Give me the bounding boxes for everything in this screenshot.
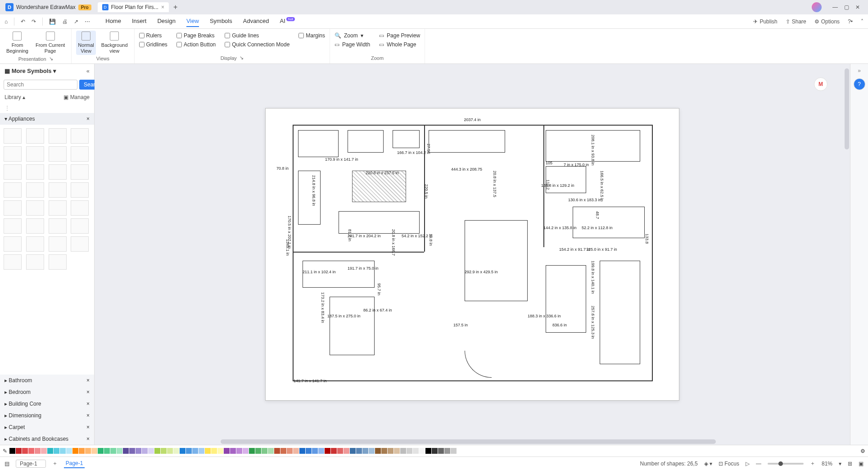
symbol-item[interactable] <box>49 236 67 252</box>
color-swatch[interactable] <box>318 448 324 454</box>
search-input[interactable] <box>4 80 77 90</box>
color-swatch[interactable] <box>217 448 223 454</box>
category-dimensioning[interactable]: ▸ Dimensioning× <box>0 410 94 421</box>
symbol-item[interactable] <box>49 182 67 198</box>
add-page-button[interactable]: ＋ <box>52 460 58 467</box>
symbol-item[interactable] <box>49 218 67 234</box>
pages-icon[interactable]: ▤ <box>5 461 9 467</box>
close-category-icon[interactable]: × <box>86 116 90 122</box>
color-swatch[interactable] <box>400 448 406 454</box>
minimize-icon[interactable]: — <box>832 4 838 10</box>
symbol-item[interactable] <box>4 200 22 216</box>
expand-rail-icon[interactable]: » <box>858 68 861 74</box>
fp-shape[interactable] <box>465 220 528 301</box>
symbol-item[interactable] <box>49 128 67 144</box>
color-swatch[interactable] <box>117 448 122 454</box>
symbol-item[interactable] <box>26 164 44 180</box>
export-icon[interactable]: ↗ <box>74 18 78 25</box>
close-category-icon[interactable]: × <box>86 412 90 419</box>
ai-assist-button[interactable]: M <box>814 77 827 91</box>
color-swatch[interactable] <box>230 448 236 454</box>
symbol-item[interactable] <box>26 128 44 144</box>
panel-title[interactable]: ▦ More Symbols ▾ <box>5 68 56 74</box>
zoom-button[interactable]: 🔍 Zoom▾ <box>335 32 370 39</box>
play-icon[interactable]: ▷ <box>746 461 750 467</box>
color-swatch[interactable] <box>255 448 261 454</box>
tab-home[interactable]: Home <box>105 16 121 27</box>
category-appliances[interactable]: ▾ Appliances× <box>0 113 94 125</box>
manage-button[interactable]: ▣ Manage <box>63 94 90 100</box>
expand-icon[interactable]: ↘ <box>240 55 244 61</box>
collapse-panel-icon[interactable]: « <box>86 68 90 74</box>
help-icon[interactable]: ?• <box>848 18 853 25</box>
print-icon[interactable]: 🖨 <box>62 18 68 25</box>
color-swatch[interactable] <box>211 448 217 454</box>
symbol-item[interactable] <box>4 254 22 270</box>
color-swatch[interactable] <box>306 448 312 454</box>
fit-page-icon[interactable]: ⊞ <box>848 461 852 467</box>
collapse-ribbon-icon[interactable]: ˄ <box>861 18 863 25</box>
category-bedroom[interactable]: ▸ Bedroom× <box>0 386 94 398</box>
color-swatch[interactable] <box>186 448 192 454</box>
expand-icon[interactable]: ↘ <box>49 56 53 62</box>
symbol-item[interactable] <box>71 218 89 234</box>
color-swatch[interactable] <box>274 448 280 454</box>
library-label[interactable]: Library ▴ <box>5 94 25 100</box>
from-beginning-button[interactable]: From Beginning <box>5 31 30 55</box>
color-swatch[interactable] <box>123 448 129 454</box>
color-swatch[interactable] <box>199 448 204 454</box>
color-swatch[interactable] <box>438 448 444 454</box>
document-tab[interactable]: D Floor Plan for Firs... × <box>98 2 169 12</box>
symbol-item[interactable] <box>26 200 44 216</box>
floorplan-outline[interactable]: 170.9 in x 141.7 in 166.7 in x 104.2 in … <box>293 125 653 381</box>
tab-ai[interactable]: AIhot <box>280 16 295 27</box>
canvas[interactable]: 2037.4 in <box>95 64 850 445</box>
quick-conn-checkbox[interactable]: Quick Connection Mode <box>225 41 289 48</box>
page-breaks-checkbox[interactable]: Page Breaks <box>176 32 216 39</box>
color-swatch[interactable] <box>154 448 160 454</box>
color-swatch[interactable] <box>173 448 179 454</box>
color-swatch[interactable] <box>41 448 47 454</box>
fp-shape[interactable] <box>348 130 384 153</box>
category-cabinets[interactable]: ▸ Cabinets and Bookcases× <box>0 433 94 445</box>
color-swatch[interactable] <box>129 448 135 454</box>
whole-page-button[interactable]: ▭ Whole Page <box>379 41 420 48</box>
symbol-item[interactable] <box>49 146 67 162</box>
color-swatch[interactable] <box>444 448 450 454</box>
color-swatch[interactable] <box>60 448 66 454</box>
eyedropper-icon[interactable]: ✎ <box>3 448 7 454</box>
fp-shape[interactable] <box>298 130 339 157</box>
tab-insert[interactable]: Insert <box>132 16 147 27</box>
fp-shape[interactable] <box>573 207 645 238</box>
fp-shape[interactable] <box>303 261 375 288</box>
rulers-checkbox[interactable]: Rulers <box>139 32 167 39</box>
color-swatch[interactable] <box>325 448 330 454</box>
color-swatch[interactable] <box>299 448 305 454</box>
tab-design[interactable]: Design <box>157 16 175 27</box>
color-swatch[interactable] <box>451 448 457 454</box>
publish-button[interactable]: ✈ Publish <box>753 18 777 25</box>
color-swatch[interactable] <box>356 448 362 454</box>
symbol-item[interactable] <box>26 146 44 162</box>
symbol-item[interactable] <box>4 236 22 252</box>
zoom-in-button[interactable]: ＋ <box>810 460 815 467</box>
color-swatch[interactable] <box>432 448 438 454</box>
color-swatch[interactable] <box>224 448 230 454</box>
help-button[interactable]: ? <box>854 78 865 90</box>
page-width-button[interactable]: ▭ Page Width <box>335 41 370 48</box>
horizontal-scrollbar[interactable] <box>221 439 716 444</box>
close-category-icon[interactable]: × <box>86 436 90 442</box>
home-icon[interactable]: ⌂ <box>5 18 8 25</box>
color-swatch[interactable] <box>54 448 59 454</box>
color-swatch[interactable] <box>142 448 148 454</box>
close-category-icon[interactable]: × <box>86 424 90 430</box>
color-swatch[interactable] <box>22 448 28 454</box>
color-swatch[interactable] <box>205 448 211 454</box>
color-swatch[interactable] <box>98 448 104 454</box>
color-swatch[interactable] <box>167 448 173 454</box>
color-swatch[interactable] <box>35 448 41 454</box>
color-swatch[interactable] <box>457 448 463 454</box>
symbol-item[interactable] <box>71 146 89 162</box>
symbol-item[interactable] <box>4 146 22 162</box>
symbol-item[interactable] <box>49 200 67 216</box>
